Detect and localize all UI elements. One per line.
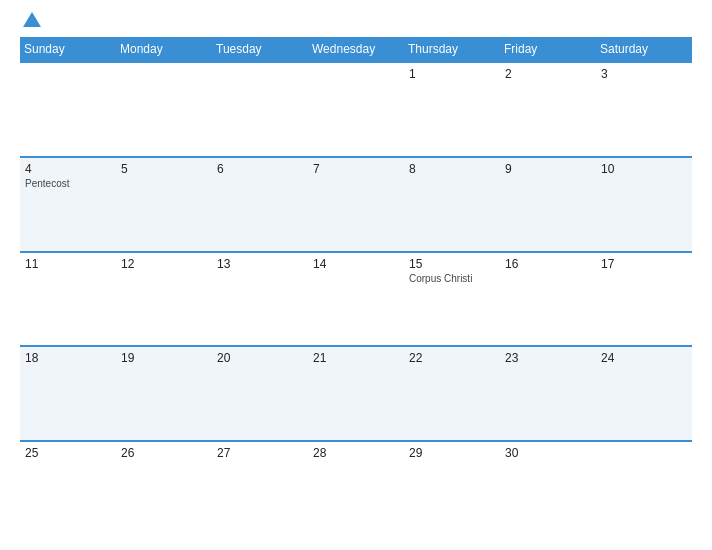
day-number: 6	[217, 162, 303, 176]
day-cell: 10	[596, 157, 692, 252]
week-row-1: 123	[20, 62, 692, 157]
week-row-5: 252627282930	[20, 441, 692, 536]
weekday-friday: Friday	[500, 37, 596, 62]
day-number: 4	[25, 162, 111, 176]
day-cell: 18	[20, 346, 116, 441]
week-row-3: 1112131415Corpus Christi1617	[20, 252, 692, 347]
day-number: 26	[121, 446, 207, 460]
day-cell: 6	[212, 157, 308, 252]
day-cell	[308, 62, 404, 157]
day-number: 17	[601, 257, 687, 271]
day-cell: 17	[596, 252, 692, 347]
day-event-label: Pentecost	[25, 178, 111, 189]
day-number: 3	[601, 67, 687, 81]
day-number: 8	[409, 162, 495, 176]
day-number: 24	[601, 351, 687, 365]
day-cell: 4Pentecost	[20, 157, 116, 252]
calendar-page: SundayMondayTuesdayWednesdayThursdayFrid…	[0, 0, 712, 550]
day-cell: 16	[500, 252, 596, 347]
logo	[20, 18, 41, 27]
day-number: 9	[505, 162, 591, 176]
week-row-2: 4Pentecost5678910	[20, 157, 692, 252]
day-cell: 8	[404, 157, 500, 252]
day-number: 30	[505, 446, 591, 460]
day-number: 5	[121, 162, 207, 176]
day-number: 14	[313, 257, 399, 271]
logo-triangle-icon	[23, 12, 41, 27]
day-cell: 23	[500, 346, 596, 441]
day-cell: 13	[212, 252, 308, 347]
day-number: 18	[25, 351, 111, 365]
day-number: 25	[25, 446, 111, 460]
day-number: 11	[25, 257, 111, 271]
day-cell: 2	[500, 62, 596, 157]
day-cell	[596, 441, 692, 536]
day-cell: 25	[20, 441, 116, 536]
day-cell: 21	[308, 346, 404, 441]
day-cell: 19	[116, 346, 212, 441]
day-cell: 29	[404, 441, 500, 536]
day-number: 22	[409, 351, 495, 365]
day-number: 27	[217, 446, 303, 460]
week-row-4: 18192021222324	[20, 346, 692, 441]
day-cell: 27	[212, 441, 308, 536]
day-number: 2	[505, 67, 591, 81]
day-cell: 26	[116, 441, 212, 536]
day-cell	[116, 62, 212, 157]
weekday-tuesday: Tuesday	[212, 37, 308, 62]
day-number: 12	[121, 257, 207, 271]
day-cell: 28	[308, 441, 404, 536]
day-number: 15	[409, 257, 495, 271]
day-cell: 11	[20, 252, 116, 347]
day-number: 10	[601, 162, 687, 176]
day-cell: 1	[404, 62, 500, 157]
day-cell: 14	[308, 252, 404, 347]
day-cell: 7	[308, 157, 404, 252]
day-number: 21	[313, 351, 399, 365]
weekday-thursday: Thursday	[404, 37, 500, 62]
day-number: 23	[505, 351, 591, 365]
day-cell: 20	[212, 346, 308, 441]
day-cell: 9	[500, 157, 596, 252]
day-cell: 24	[596, 346, 692, 441]
day-cell	[20, 62, 116, 157]
day-cell: 15Corpus Christi	[404, 252, 500, 347]
day-number: 13	[217, 257, 303, 271]
day-number: 19	[121, 351, 207, 365]
day-number: 29	[409, 446, 495, 460]
weekday-header-row: SundayMondayTuesdayWednesdayThursdayFrid…	[20, 37, 692, 62]
day-cell: 30	[500, 441, 596, 536]
day-number: 28	[313, 446, 399, 460]
day-number: 1	[409, 67, 495, 81]
weekday-wednesday: Wednesday	[308, 37, 404, 62]
day-cell: 12	[116, 252, 212, 347]
calendar-table: SundayMondayTuesdayWednesdayThursdayFrid…	[20, 37, 692, 536]
weekday-monday: Monday	[116, 37, 212, 62]
day-cell	[212, 62, 308, 157]
day-number: 7	[313, 162, 399, 176]
day-cell: 3	[596, 62, 692, 157]
day-event-label: Corpus Christi	[409, 273, 495, 284]
day-number: 16	[505, 257, 591, 271]
day-cell: 22	[404, 346, 500, 441]
weekday-saturday: Saturday	[596, 37, 692, 62]
day-cell: 5	[116, 157, 212, 252]
header	[20, 18, 692, 27]
day-number: 20	[217, 351, 303, 365]
weekday-sunday: Sunday	[20, 37, 116, 62]
